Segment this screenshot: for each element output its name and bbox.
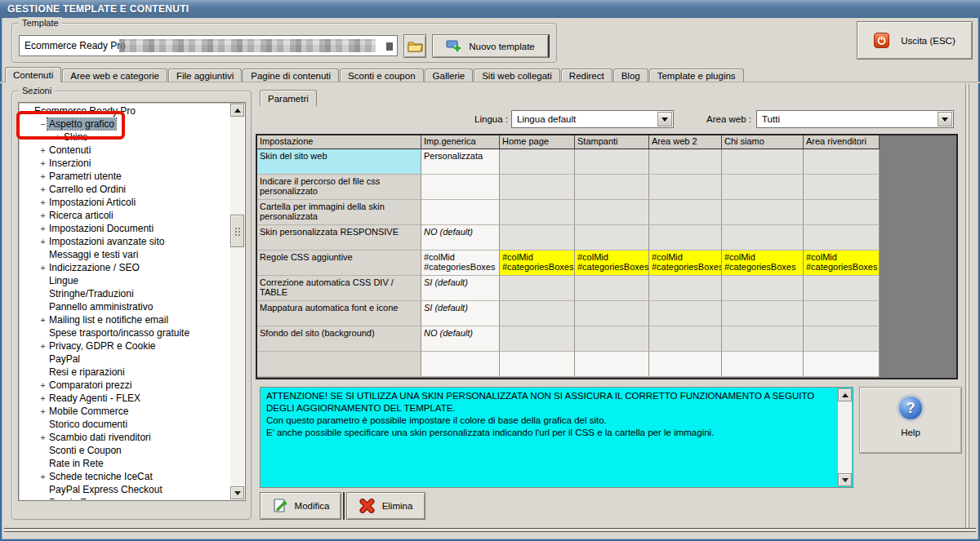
grid-area-value-cell[interactable] <box>722 301 804 326</box>
tree-item[interactable]: Pannello amministrativo <box>20 300 229 313</box>
grid-setting-cell[interactable]: Correzione automatica CSS DIV / TABLE <box>257 276 421 301</box>
grid-generic-value-cell[interactable]: NO (default) <box>421 326 500 352</box>
grid-area-value-cell[interactable] <box>722 175 804 200</box>
tree-item[interactable]: PayPal Express Checkout <box>20 483 229 496</box>
scroll-up-button[interactable] <box>230 104 244 117</box>
tree-item[interactable]: −Ecommerce Ready Pro <box>20 104 229 118</box>
grid-column-header[interactable]: Imp.generica <box>421 135 500 149</box>
tree-item[interactable]: +Impostazioni Documenti <box>20 222 229 235</box>
tree-item[interactable]: +Mobile Commerce <box>20 405 229 418</box>
tree-item[interactable]: +Impostazioni avanzate sito <box>20 235 229 248</box>
tab-blog[interactable]: Blog <box>613 69 648 82</box>
grid-area-value-cell[interactable] <box>804 175 880 200</box>
tree-item[interactable]: +Mailing list e notifiche email <box>20 313 229 326</box>
scroll-down-button[interactable] <box>230 486 244 499</box>
tree-item[interactable]: +Contenuti <box>20 144 229 157</box>
warning-memo[interactable]: ATTENZIONE! SE SI UTILIZZA UNA SKIN PERS… <box>260 387 853 488</box>
expand-icon[interactable]: + <box>38 316 47 325</box>
grid-setting-cell[interactable]: Indicare il percorso del file css person… <box>257 175 421 200</box>
tab-redirect[interactable]: Redirect <box>561 69 612 82</box>
grid-area-value-cell[interactable] <box>804 225 880 251</box>
expand-icon[interactable]: + <box>38 237 47 246</box>
grid-area-value-cell[interactable] <box>575 175 649 200</box>
tree-item[interactable]: Rate in Rete <box>20 457 229 470</box>
tree-item[interactable]: Sconti e Coupon <box>20 444 229 457</box>
grid-area-value-cell[interactable] <box>575 276 649 301</box>
expand-icon[interactable]: + <box>38 159 47 168</box>
grid-generic-value-cell[interactable]: SI (default) <box>421 276 500 301</box>
tab-contenuti[interactable]: Contenuti <box>5 67 61 82</box>
expand-icon[interactable]: + <box>38 198 47 207</box>
grid-generic-value-cell[interactable]: Personalizzata <box>421 149 500 175</box>
template-combobox[interactable]: Ecommerce Ready Pro <box>19 35 398 56</box>
grid-area-value-cell[interactable] <box>500 200 575 225</box>
tree-scrollbar[interactable] <box>230 104 244 499</box>
memo-scrollbar[interactable] <box>838 388 852 486</box>
grid-generic-value-cell[interactable]: SI (default) <box>421 301 500 326</box>
grid-area-value-cell[interactable] <box>500 175 575 200</box>
grid-area-value-cell[interactable] <box>575 301 649 326</box>
tree-item[interactable]: Messaggi e testi vari <box>20 248 229 261</box>
area-web-select[interactable]: Tutti <box>756 110 954 128</box>
grid-area-value-cell[interactable] <box>804 276 880 301</box>
tree-item[interactable]: −Aspetto grafico <box>20 118 229 131</box>
grid-area-value-cell[interactable] <box>649 276 722 301</box>
grid-setting-cell[interactable]: Regole CSS aggiuntive <box>257 251 421 276</box>
expand-icon[interactable]: + <box>38 264 47 273</box>
grid-area-value-cell[interactable] <box>500 276 575 301</box>
tree-item[interactable]: +Ready Agenti - FLEX <box>20 392 229 405</box>
grid-generic-value-cell[interactable] <box>421 175 500 200</box>
grid-generic-value-cell[interactable] <box>421 200 500 225</box>
modifica-button[interactable]: Modifica <box>260 492 341 520</box>
grid-area-value-cell[interactable] <box>722 149 804 175</box>
tree-item[interactable]: +Impostazioni Articoli <box>20 196 229 209</box>
tree-item[interactable]: +Inserzioni <box>20 157 229 170</box>
tree-item[interactable]: +Schede tecniche IceCat <box>20 470 229 483</box>
grid-column-header[interactable]: Stampanti <box>575 135 649 149</box>
tree-item[interactable]: Spese trasporto/incasso gratuite <box>20 326 229 339</box>
grid-area-value-cell[interactable] <box>804 301 880 326</box>
grid-area-value-cell[interactable] <box>722 225 804 251</box>
tree-item[interactable]: Ready E <box>20 496 229 499</box>
elimina-button[interactable]: Elimina <box>346 492 425 520</box>
memo-scroll-up-button[interactable] <box>838 388 852 401</box>
grid-empty-cell[interactable] <box>649 352 722 377</box>
grid-setting-cell[interactable]: Skin personalizzata RESPONSIVE <box>257 225 421 251</box>
grid-generic-value-cell[interactable]: #colMid #categoriesBoxes <box>421 251 500 276</box>
tree-item[interactable]: +Privacy, GDPR e Cookie <box>20 339 229 353</box>
grid-area-value-cell[interactable]: #colMid #categoriesBoxes <box>804 251 880 276</box>
expand-icon[interactable]: + <box>38 211 47 220</box>
tree-item[interactable]: +Ricerca articoli <box>20 209 229 222</box>
scroll-thumb[interactable] <box>230 215 244 247</box>
grid-area-value-cell[interactable]: #colMid #categoriesBoxes <box>575 251 649 276</box>
grid-empty-cell[interactable] <box>575 352 649 377</box>
tab-aree-web-e-categorie[interactable]: Aree web e categorie <box>62 69 167 82</box>
tab-pagine-di-contenuti[interactable]: Pagine di contenuti <box>243 69 339 82</box>
tab-file-aggiuntivi[interactable]: File aggiuntivi <box>168 69 242 82</box>
expand-icon[interactable]: + <box>38 342 47 351</box>
grid-area-value-cell[interactable] <box>722 200 804 225</box>
grid-area-value-cell[interactable]: #colMid #categoriesBoxes <box>649 251 722 276</box>
collapse-icon[interactable]: − <box>24 107 33 116</box>
grid-column-header[interactable]: Chi siamo <box>722 135 804 149</box>
tab-template-e-plugins[interactable]: Template e plugins <box>649 69 744 82</box>
open-template-button[interactable] <box>403 34 426 58</box>
expand-icon[interactable]: + <box>38 172 47 181</box>
expand-icon[interactable]: + <box>53 133 62 142</box>
grid-setting-cell[interactable]: Mappatura automatica font e icone <box>257 301 421 326</box>
grid-area-value-cell[interactable] <box>649 326 722 352</box>
grid-area-value-cell[interactable] <box>500 149 575 175</box>
grid-empty-cell[interactable] <box>804 352 880 377</box>
expand-icon[interactable]: + <box>38 472 47 481</box>
grid-area-value-cell[interactable] <box>722 276 804 301</box>
tab-parametri[interactable]: Parametri <box>260 90 317 106</box>
grid-area-value-cell[interactable]: #colMid #categoriesBoxes <box>500 251 575 276</box>
tree-item[interactable]: +Scambio dati rivenditori <box>20 431 229 444</box>
expand-icon[interactable]: + <box>38 433 47 442</box>
tree-item[interactable]: PayPal <box>20 353 229 366</box>
grid-column-header[interactable]: Area rivenditori <box>804 135 880 149</box>
collapse-icon[interactable]: − <box>38 120 47 129</box>
tab-gallerie[interactable]: Gallerie <box>425 69 474 82</box>
grid-empty-cell[interactable] <box>421 352 500 377</box>
expand-icon[interactable]: + <box>38 407 47 416</box>
